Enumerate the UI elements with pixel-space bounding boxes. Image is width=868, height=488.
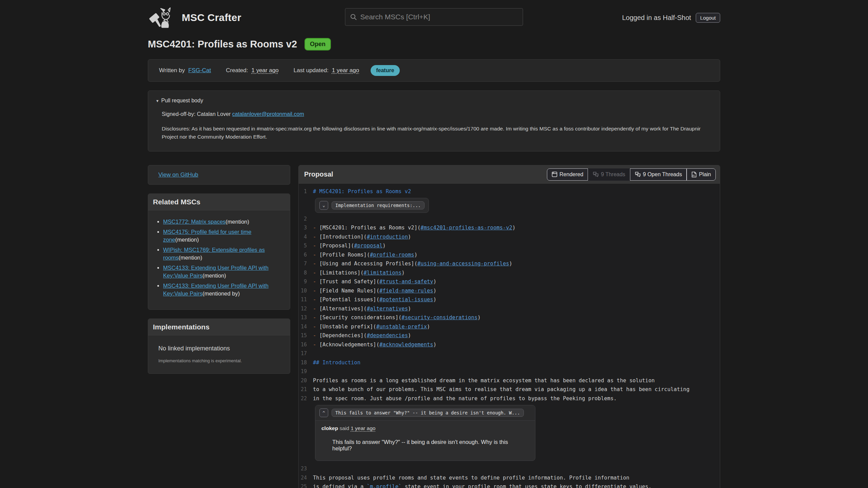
comment-meta: clokep said 1 year ago (321, 425, 529, 431)
brand[interactable]: MSC Crafter (148, 7, 241, 28)
line-number: 8 (299, 268, 313, 278)
proposal-source[interactable]: 1# MSC4201: Profiles as Rooms v2⌄Impleme… (299, 184, 720, 488)
search-box[interactable] (345, 8, 523, 26)
line-number: 9 (299, 277, 313, 286)
account-area: Logged in as Half-Shot Logout (622, 13, 720, 23)
anchor-link[interactable]: #proposal (354, 243, 382, 249)
anchor-link[interactable]: #limitations (363, 270, 401, 276)
sidebar: View on GitHub Related MSCs MSC1772: Mat… (148, 165, 290, 374)
code-line: 5- [Proposal](#proposal) (299, 241, 720, 250)
code-text: - [Trust and Safety](#trust-and-safety) (313, 277, 436, 286)
tab-open-threads[interactable]: 9 Open Threads (630, 168, 687, 181)
logout-button[interactable]: Logout (696, 13, 720, 23)
code-text: ## Introduction (313, 358, 360, 367)
tab-plain[interactable]: 01 Plain (687, 168, 716, 181)
list-dash: - (313, 324, 319, 330)
code-text: - [Potential issues](#potential-issues) (313, 295, 436, 304)
code-line: 1# MSC4201: Profiles as Rooms v2 (299, 187, 720, 196)
related-msc-link[interactable]: MSC1772: Matrix spaces (163, 219, 225, 225)
line-number: 4 (299, 232, 313, 242)
anchor-link[interactable]: #trust-and-safety (379, 279, 433, 285)
line-number: 25 (299, 482, 313, 488)
anchor-link[interactable]: #introduction (367, 234, 408, 240)
created-label: Created: (226, 67, 248, 74)
code-line: 18## Introduction (299, 358, 720, 367)
anchor-link[interactable]: #potential-issues (379, 297, 433, 303)
anchor-link[interactable]: #dependencies (367, 332, 408, 339)
collapse-thread-button[interactable]: ^ (319, 408, 328, 417)
anchor-link[interactable]: #field-name-rules (379, 288, 433, 294)
code-line: 9- [Trust and Safety](#trust-and-safety) (299, 277, 720, 286)
line-number: 24 (299, 473, 313, 483)
line-number: 16 (299, 340, 313, 349)
related-msc-item: MSC4133: Extending User Profile API with… (163, 264, 287, 280)
signed-off-email-link[interactable]: catalanlover@protonmail.com (232, 111, 304, 117)
app-logo-icon (148, 7, 174, 28)
page-title: MSC4201: Profiles as Rooms v2 (148, 39, 297, 50)
code-line: 14- [Unstable prefix](#unstable-prefix) (299, 322, 720, 331)
collapse-caret-icon: ▾ (156, 98, 159, 103)
search-icon (350, 14, 357, 20)
markdown-heading: ## Introduction (313, 360, 360, 366)
related-mscs-header: Related MSCs (148, 194, 290, 210)
expand-thread-button[interactable]: ⌄ (319, 201, 328, 210)
line-number: 3 (299, 223, 313, 232)
list-dash: - (313, 252, 319, 258)
open-threads-icon (635, 171, 641, 177)
pr-body-toggle[interactable]: ▾ Pull request body (156, 98, 712, 104)
code-text: - [Field Name Rules](#field-name-rules) (313, 286, 436, 296)
tab-rendered-label: Rendered (559, 171, 583, 178)
pr-body-toggle-label: Pull request body (161, 98, 203, 104)
line-number: 7 (299, 259, 313, 268)
implementations-body: No linked implementations Implementation… (148, 336, 290, 373)
comment-time: 1 year ago (351, 425, 375, 431)
view-on-github-link[interactable]: View on GitHub (158, 171, 198, 178)
anchor-link[interactable]: #profile-rooms (370, 252, 414, 258)
line-number: 14 (299, 322, 313, 331)
thread-summary[interactable]: Implementation requirements:... (332, 201, 425, 209)
list-dash: - (313, 234, 319, 240)
list-dash: - (313, 261, 319, 267)
pr-body-content: Signed-off-by: Catalan Lover catalanlove… (156, 111, 712, 141)
anchor-link[interactable]: #acknowledgements (379, 342, 433, 348)
code-text: - [Security considerations](#security-co… (313, 313, 481, 322)
code-line: 15- [Dependencies](#dependencies) (299, 331, 720, 340)
comment-text: This fails to answer "Why?" -- it being … (321, 439, 529, 452)
list-dash: - (313, 225, 319, 231)
search-input[interactable] (360, 13, 518, 21)
line-number: 15 (299, 331, 313, 340)
tab-threads[interactable]: 9 Threads (588, 168, 630, 181)
anchor-link[interactable]: #alternatives (367, 306, 408, 312)
code-line: 4- [Introduction](#introduction) (299, 232, 720, 242)
code-line: 25is defined via a `m.profile` state eve… (299, 482, 720, 488)
implementations-box: Implementations No linked implementation… (148, 319, 290, 374)
tab-rendered[interactable]: Rendered (547, 168, 588, 181)
line-number: 23 (299, 464, 313, 473)
thread-summary[interactable]: This fails to answer "Why?" -- it being … (332, 409, 524, 417)
code-line: 3- [MSC4201: Profiles as Rooms v2](#msc4… (299, 223, 720, 232)
written-by-label: Written by (159, 67, 185, 74)
related-msc-item: MSC1772: Matrix spaces(mention) (163, 218, 287, 226)
content-columns: View on GitHub Related MSCs MSC1772: Mat… (148, 165, 720, 488)
anchor-link[interactable]: #security-considerations (401, 314, 477, 321)
code-text: - [Using and Accessing Profiles](#using-… (313, 259, 512, 268)
code-text: - [Dependencies](#dependencies) (313, 331, 411, 340)
related-msc-suffix: (mention) (179, 255, 202, 261)
proposal-panel: Proposal Rendered (298, 165, 720, 488)
thread-comment: clokep said 1 year agoThis fails to answ… (315, 421, 535, 461)
top-bar: MSC Crafter Logged in as Half-Shot Logou… (148, 0, 720, 29)
pull-request-body-panel: ▾ Pull request body Signed-off-by: Catal… (148, 90, 720, 151)
code-line: 8- [Limitations](#limitations) (299, 268, 720, 278)
line-number: 13 (299, 313, 313, 322)
threads-icon (593, 171, 599, 177)
anchor-link[interactable]: #using-and-accessing-profiles (417, 261, 509, 267)
anchor-link[interactable]: #msc4201-profiles-as-rooms-v2 (420, 225, 512, 231)
open-thread-header: ^This fails to answer "Why?" -- it being… (315, 405, 535, 421)
author-link[interactable]: FSG-Cat (188, 67, 211, 74)
tag-badge: feature (371, 65, 399, 76)
code-line: 19 (299, 367, 720, 376)
comment-author: clokep (321, 425, 338, 431)
code-line: 23 (299, 464, 720, 473)
markdown-heading: # MSC4201: Profiles as Rooms v2 (313, 188, 411, 195)
anchor-link[interactable]: #unstable-prefix (376, 324, 427, 330)
